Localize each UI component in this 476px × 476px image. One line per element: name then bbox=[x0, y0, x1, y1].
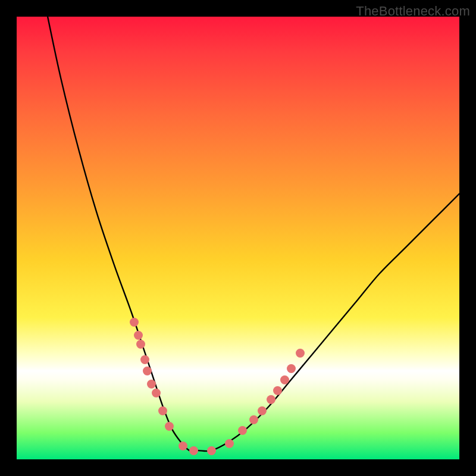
data-marker bbox=[130, 318, 139, 327]
gradient-background bbox=[17, 17, 459, 459]
data-marker bbox=[249, 415, 258, 424]
data-marker bbox=[296, 349, 305, 358]
data-marker bbox=[238, 426, 247, 435]
data-marker bbox=[158, 406, 167, 415]
data-marker bbox=[189, 446, 198, 455]
data-marker bbox=[280, 375, 289, 384]
data-marker bbox=[225, 439, 234, 448]
data-marker bbox=[287, 364, 296, 373]
data-marker bbox=[136, 340, 145, 349]
watermark-text: TheBottleneck.com bbox=[356, 4, 470, 19]
data-marker bbox=[207, 446, 216, 455]
data-marker bbox=[165, 422, 174, 431]
data-marker bbox=[152, 389, 161, 397]
data-marker bbox=[258, 406, 267, 415]
data-marker bbox=[143, 367, 152, 375]
data-marker bbox=[178, 441, 187, 450]
